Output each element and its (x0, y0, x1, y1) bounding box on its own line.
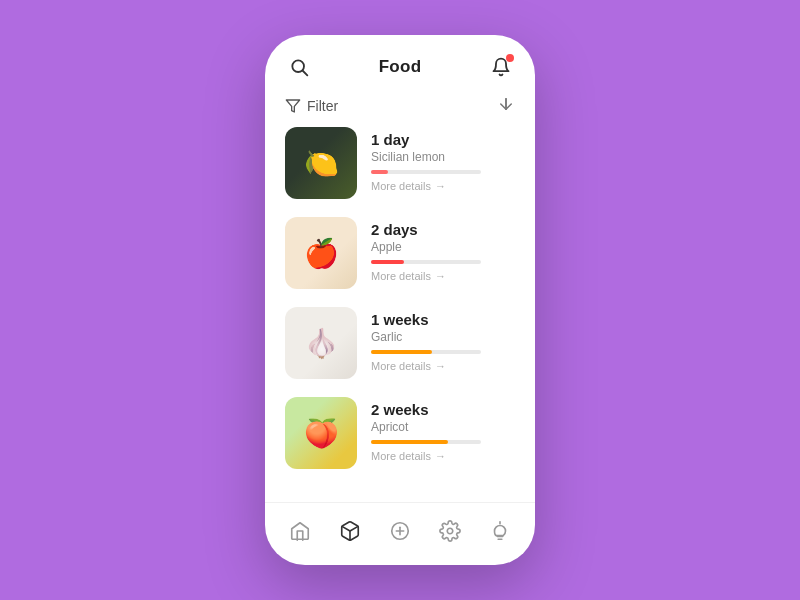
food-duration-lemon: 1 day (371, 131, 515, 148)
food-name-apricot: Apricot (371, 420, 515, 434)
phone-container: Food Filter 🍋 (265, 35, 535, 565)
nav-idea[interactable] (482, 513, 518, 549)
arrow-icon-apricot: → (435, 450, 446, 462)
arrow-icon-garlic: → (435, 360, 446, 372)
food-duration-apricot: 2 weeks (371, 401, 515, 418)
food-image-garlic: 🧄 (285, 307, 357, 379)
nav-settings[interactable] (432, 513, 468, 549)
food-item-apricot: 🍑 2 weeks Apricot More details → (285, 397, 515, 469)
filter-button[interactable]: Filter (285, 98, 338, 114)
filter-label: Filter (307, 98, 338, 114)
food-item-garlic: 🧄 1 weeks Garlic More details → (285, 307, 515, 379)
bottom-nav (265, 502, 535, 565)
food-info-apricot: 2 weeks Apricot More details → (371, 397, 515, 462)
more-details-label-lemon: More details (371, 180, 431, 192)
arrow-icon-lemon: → (435, 180, 446, 192)
progress-fill-apple (371, 260, 404, 264)
progress-bg-garlic (371, 350, 481, 354)
page-title: Food (379, 57, 422, 77)
more-details-garlic[interactable]: More details → (371, 360, 515, 372)
food-info-lemon: 1 day Sicilian lemon More details → (371, 127, 515, 192)
food-duration-apple: 2 days (371, 221, 515, 238)
more-details-apple[interactable]: More details → (371, 270, 515, 282)
svg-point-9 (447, 528, 453, 534)
filter-bar: Filter (265, 91, 535, 127)
notification-badge (506, 54, 514, 62)
svg-line-1 (303, 71, 308, 76)
food-emoji-garlic: 🧄 (285, 307, 357, 379)
food-image-lemon: 🍋 (285, 127, 357, 199)
nav-box[interactable] (332, 513, 368, 549)
food-image-apple: 🍎 (285, 217, 357, 289)
more-details-lemon[interactable]: More details → (371, 180, 515, 192)
food-name-lemon: Sicilian lemon (371, 150, 515, 164)
food-emoji-apple: 🍎 (285, 217, 357, 289)
notification-button[interactable] (487, 53, 515, 81)
sort-button[interactable] (497, 95, 515, 117)
svg-marker-2 (286, 100, 299, 112)
progress-bg-apricot (371, 440, 481, 444)
food-name-garlic: Garlic (371, 330, 515, 344)
nav-home[interactable] (282, 513, 318, 549)
header: Food (265, 35, 535, 91)
food-duration-garlic: 1 weeks (371, 311, 515, 328)
food-emoji-lemon: 🍋 (285, 127, 357, 199)
more-details-label-apricot: More details (371, 450, 431, 462)
food-image-apricot: 🍑 (285, 397, 357, 469)
food-info-garlic: 1 weeks Garlic More details → (371, 307, 515, 372)
search-button[interactable] (285, 53, 313, 81)
food-list: 🍋 1 day Sicilian lemon More details → 🍎 … (265, 127, 535, 502)
food-item-lemon: 🍋 1 day Sicilian lemon More details → (285, 127, 515, 199)
food-item-apple: 🍎 2 days Apple More details → (285, 217, 515, 289)
progress-bg-lemon (371, 170, 481, 174)
progress-bg-apple (371, 260, 481, 264)
more-details-apricot[interactable]: More details → (371, 450, 515, 462)
more-details-label-apple: More details (371, 270, 431, 282)
progress-fill-lemon (371, 170, 388, 174)
food-info-apple: 2 days Apple More details → (371, 217, 515, 282)
food-name-apple: Apple (371, 240, 515, 254)
progress-fill-garlic (371, 350, 432, 354)
more-details-label-garlic: More details (371, 360, 431, 372)
arrow-icon-apple: → (435, 270, 446, 282)
nav-add[interactable] (382, 513, 418, 549)
progress-fill-apricot (371, 440, 448, 444)
food-emoji-apricot: 🍑 (285, 397, 357, 469)
